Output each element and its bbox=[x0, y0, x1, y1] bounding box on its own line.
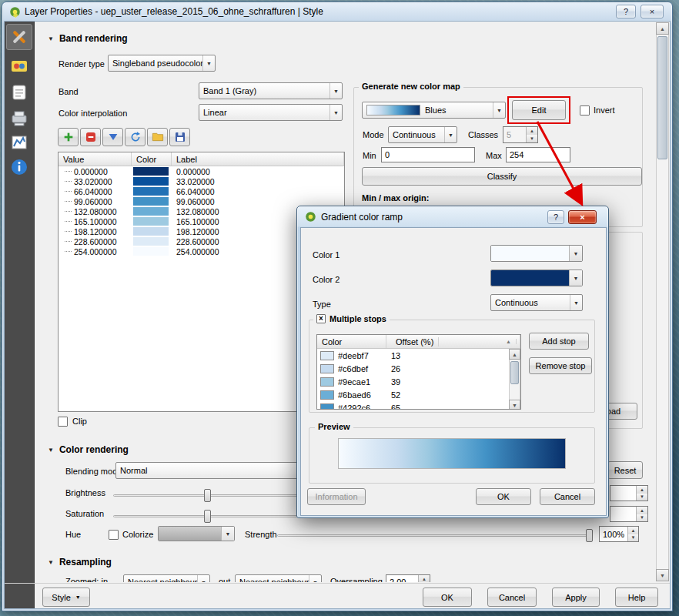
column-header-value[interactable]: Value bbox=[59, 152, 132, 166]
spin-up-icon[interactable]: ▲ bbox=[628, 527, 638, 534]
section-resampling[interactable]: ▼ Resampling bbox=[48, 557, 112, 567]
color-swatch[interactable] bbox=[133, 217, 169, 226]
window-help-button[interactable]: ? bbox=[616, 5, 636, 18]
refresh-button[interactable] bbox=[125, 128, 146, 146]
spin-down-icon[interactable]: ▼ bbox=[637, 494, 647, 501]
section-color-rendering[interactable]: ▼ Color rendering bbox=[48, 444, 129, 455]
dialog-ok-button[interactable]: OK bbox=[476, 488, 531, 505]
spin-arrows[interactable]: ▲▼ bbox=[627, 527, 638, 541]
stops-scroll-up-button[interactable]: ▲ bbox=[509, 349, 520, 360]
dialog-help-button[interactable]: ? bbox=[547, 210, 564, 224]
sidebar-item-histogram[interactable] bbox=[6, 129, 32, 156]
dialog-cancel-button[interactable]: Cancel bbox=[540, 488, 595, 505]
stop-row[interactable]: #c6dbef 26 bbox=[317, 362, 520, 375]
information-button[interactable]: Information bbox=[307, 488, 366, 505]
colorize-checkbox[interactable] bbox=[109, 530, 119, 540]
render-type-select[interactable]: Singleband pseudocolor ▼ bbox=[108, 55, 216, 72]
column-header-offset[interactable]: Offset (%) ▲ bbox=[386, 335, 520, 348]
sidebar-item-style[interactable] bbox=[6, 24, 32, 50]
spin-down-icon[interactable]: ▼ bbox=[637, 514, 647, 522]
color-swatch[interactable] bbox=[133, 167, 169, 176]
spin-arrows[interactable]: ▲▼ bbox=[418, 575, 430, 582]
stop-row[interactable]: #deebf7 13 bbox=[317, 349, 520, 362]
ok-button[interactable]: OK bbox=[423, 588, 472, 607]
classes-spinbox[interactable]: 5 ▲▼ bbox=[503, 126, 538, 143]
spin-down-icon[interactable]: ▼ bbox=[628, 534, 638, 542]
spin-arrows[interactable]: ▲▼ bbox=[526, 127, 537, 142]
oversampling-spinbox[interactable]: 2.00 ▲▼ bbox=[386, 574, 430, 582]
reset-button[interactable]: Reset bbox=[607, 461, 643, 479]
sidebar-item-metadata[interactable] bbox=[6, 154, 32, 180]
strength-slider-track[interactable] bbox=[277, 534, 591, 537]
load-color-map-button[interactable] bbox=[147, 128, 168, 146]
column-header-color[interactable]: Color bbox=[132, 152, 172, 166]
dialog-close-button[interactable]: × bbox=[568, 210, 597, 224]
spin-up-icon[interactable]: ▲ bbox=[637, 507, 647, 514]
scroll-down-button[interactable]: ▼ bbox=[656, 569, 669, 581]
brightness-slider-handle[interactable] bbox=[204, 489, 211, 502]
spin-arrows[interactable]: ▲▼ bbox=[636, 486, 647, 500]
color-swatch[interactable] bbox=[133, 177, 169, 186]
add-entry-button[interactable] bbox=[58, 128, 79, 146]
type-select[interactable]: Continuous ▼ bbox=[490, 294, 583, 311]
invert-checkbox[interactable] bbox=[580, 105, 590, 116]
spin-up-icon[interactable]: ▲ bbox=[637, 486, 647, 494]
stops-scroll-down-button[interactable]: ▼ bbox=[509, 400, 520, 410]
spin-up-icon[interactable]: ▲ bbox=[419, 575, 430, 582]
saturation-slider-handle[interactable] bbox=[204, 510, 211, 523]
color1-button[interactable]: ▼ bbox=[490, 245, 583, 262]
stop-row[interactable]: #6baed6 52 bbox=[317, 388, 520, 401]
spin-arrows[interactable]: ▲▼ bbox=[636, 507, 647, 521]
stops-scrollbar-thumb[interactable] bbox=[510, 361, 519, 384]
strength-slider-handle[interactable] bbox=[586, 529, 593, 542]
clip-checkbox[interactable] bbox=[58, 417, 68, 427]
color-swatch[interactable] bbox=[133, 247, 169, 256]
zoomed-in-select[interactable]: Nearest neighbour ▼ bbox=[123, 574, 210, 582]
min-input[interactable]: 0 bbox=[381, 147, 475, 162]
window-close-button[interactable]: × bbox=[641, 5, 664, 18]
color-swatch[interactable] bbox=[133, 197, 169, 206]
color-swatch[interactable] bbox=[133, 227, 169, 236]
band-select[interactable]: Band 1 (Gray) ▼ bbox=[199, 82, 343, 99]
table-row[interactable]: 33.020000 33.020000 bbox=[59, 176, 344, 186]
mode-select[interactable]: Continuous ▼ bbox=[388, 126, 457, 143]
cancel-button[interactable]: Cancel bbox=[487, 588, 537, 607]
color-interpolation-select[interactable]: Linear ▼ bbox=[199, 104, 343, 121]
stops-table[interactable]: Color Offset (%) ▲ #deebf7 13 #c6dbef bbox=[316, 334, 521, 410]
color-swatch[interactable] bbox=[133, 187, 169, 196]
multiple-stops-checkbox[interactable]: × bbox=[316, 314, 326, 323]
section-band-rendering[interactable]: ▼ Band rendering bbox=[48, 33, 128, 44]
table-row[interactable]: 66.040000 66.040000 bbox=[59, 186, 344, 196]
remove-entry-button[interactable] bbox=[80, 128, 101, 146]
strength-spinbox[interactable]: 100% ▲▼ bbox=[599, 526, 639, 542]
column-header-color[interactable]: Color bbox=[317, 335, 386, 348]
style-menu-button[interactable]: Style ▼ bbox=[42, 588, 90, 607]
spin-up-icon[interactable]: ▲ bbox=[527, 127, 537, 135]
table-row[interactable]: 0.000000 0.000000 bbox=[59, 166, 344, 176]
scroll-up-button[interactable]: ▲ bbox=[656, 22, 669, 35]
sort-button[interactable] bbox=[102, 128, 123, 146]
spin-down-icon[interactable]: ▼ bbox=[527, 135, 537, 142]
scrollbar-thumb[interactable] bbox=[657, 36, 667, 159]
sidebar-item-transparency[interactable] bbox=[6, 53, 32, 79]
saturation-spinbox[interactable]: ▲▼ bbox=[610, 506, 648, 522]
zoomed-out-select[interactable]: Nearest neighbour ▼ bbox=[235, 574, 322, 582]
add-stop-button[interactable]: Add stop bbox=[529, 333, 589, 350]
color-swatch[interactable] bbox=[133, 207, 169, 216]
sidebar-item-general[interactable] bbox=[6, 79, 32, 105]
classify-button[interactable]: Classify bbox=[362, 167, 642, 186]
apply-button[interactable]: Apply bbox=[552, 588, 600, 607]
stop-row[interactable]: #4292c6 65 bbox=[317, 401, 520, 410]
colorize-color-button[interactable]: ▼ bbox=[158, 526, 235, 541]
color-swatch[interactable] bbox=[133, 237, 169, 246]
help-button[interactable]: Help bbox=[615, 588, 658, 607]
save-color-map-button[interactable] bbox=[169, 128, 190, 146]
brightness-spinbox[interactable]: ▲▼ bbox=[610, 485, 648, 501]
column-header-label[interactable]: Label bbox=[172, 152, 344, 166]
remove-stop-button[interactable]: Remove stop bbox=[529, 357, 592, 374]
max-input[interactable]: 254 bbox=[506, 147, 570, 162]
color-ramp-select[interactable]: Blues ▼ bbox=[362, 102, 506, 119]
stop-row[interactable]: #9ecae1 39 bbox=[317, 375, 520, 388]
color2-button[interactable]: ▼ bbox=[490, 270, 583, 286]
sidebar-item-pyramids[interactable] bbox=[6, 105, 32, 131]
